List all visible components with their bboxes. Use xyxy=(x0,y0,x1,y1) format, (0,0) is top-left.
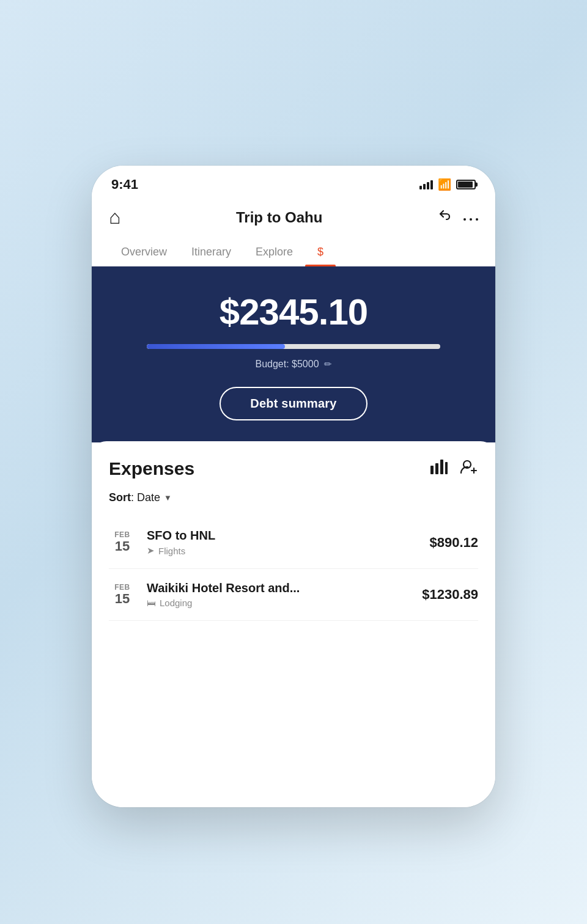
budget-progress-bar xyxy=(147,344,440,349)
more-icon[interactable] xyxy=(463,210,478,226)
svg-rect-3 xyxy=(430,466,434,474)
svg-point-1 xyxy=(470,218,472,221)
flights-icon: ➤ xyxy=(147,545,155,556)
tab-overview[interactable]: Overview xyxy=(109,238,179,266)
top-nav: ⌂ Trip to Oahu xyxy=(92,199,495,238)
svg-rect-5 xyxy=(440,460,443,474)
svg-point-0 xyxy=(463,218,466,221)
share-icon[interactable] xyxy=(438,208,452,227)
expenses-title: Expenses xyxy=(109,458,194,479)
expense-item-1[interactable]: FEB 15 SFO to HNL ➤ Flights $890.12 xyxy=(109,516,478,569)
expense-info-1: SFO to HNL ➤ Flights xyxy=(147,529,418,556)
status-icons: 📶 xyxy=(419,178,476,191)
nav-actions xyxy=(438,208,478,227)
signal-icon xyxy=(419,180,433,189)
debt-summary-button[interactable]: Debt summary xyxy=(220,387,367,420)
expenses-header: Expenses xyxy=(109,458,478,479)
tab-budget[interactable]: $ xyxy=(305,238,336,266)
expense-info-2: Waikiki Hotel Resort and... 🛏 Lodging xyxy=(147,581,411,608)
chevron-down-icon: ▼ xyxy=(164,493,172,502)
svg-point-2 xyxy=(476,218,478,221)
sort-dropdown[interactable]: Date ▼ xyxy=(137,491,172,504)
budget-label: Budget: $5000 ✏ xyxy=(255,359,331,370)
expense-category-1: ➤ Flights xyxy=(147,545,418,556)
add-person-icon[interactable] xyxy=(460,460,478,479)
expense-category-2: 🛏 Lodging xyxy=(147,598,411,608)
edit-budget-icon[interactable]: ✏ xyxy=(324,359,332,370)
tab-itinerary[interactable]: Itinerary xyxy=(179,238,243,266)
budget-section: $2345.10 Budget: $5000 ✏ Debt summary xyxy=(92,266,495,442)
expense-date-1: FEB 15 xyxy=(109,530,136,554)
expenses-section: Expenses xyxy=(92,441,495,807)
expense-date-2: FEB 15 xyxy=(109,583,136,606)
expenses-actions xyxy=(430,460,478,479)
wifi-icon: 📶 xyxy=(438,178,451,191)
home-icon[interactable]: ⌂ xyxy=(109,206,120,229)
nav-title: Trip to Oahu xyxy=(236,209,322,226)
progress-bar-fill xyxy=(147,344,285,349)
status-time: 9:41 xyxy=(111,177,138,193)
svg-rect-6 xyxy=(445,462,448,474)
sort-bar: Sort: Date ▼ xyxy=(109,491,478,504)
status-bar: 9:41 📶 xyxy=(92,166,495,199)
svg-rect-4 xyxy=(435,463,438,474)
battery-icon xyxy=(456,180,476,189)
phone-frame: 9:41 📶 ⌂ Trip to Oahu xyxy=(92,166,495,807)
lodging-icon: 🛏 xyxy=(147,598,156,608)
tab-bar: Overview Itinerary Explore $ xyxy=(92,238,495,266)
total-amount: $2345.10 xyxy=(220,291,367,333)
tab-explore[interactable]: Explore xyxy=(243,238,305,266)
expense-item-2[interactable]: FEB 15 Waikiki Hotel Resort and... 🛏 Lod… xyxy=(109,569,478,621)
chart-icon[interactable] xyxy=(430,460,448,479)
